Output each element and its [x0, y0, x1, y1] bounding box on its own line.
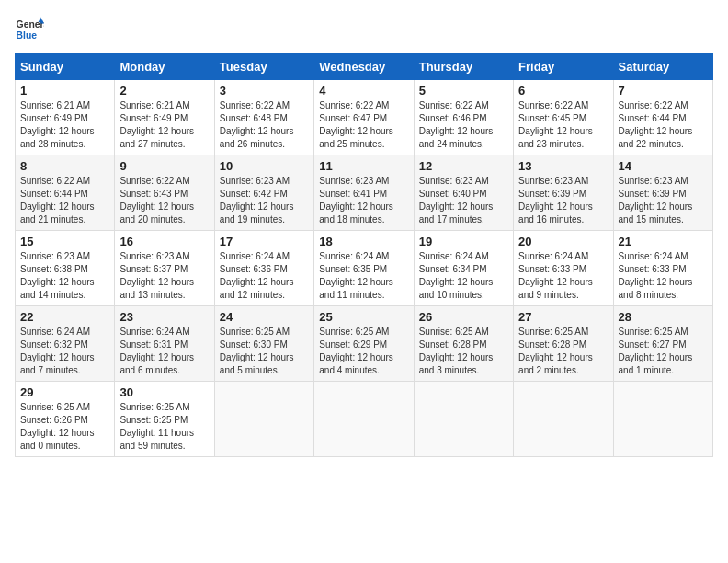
calendar-table: SundayMondayTuesdayWednesdayThursdayFrid…	[15, 53, 713, 457]
day-number: 19	[419, 235, 508, 248]
day-number: 24	[220, 310, 309, 324]
day-number: 4	[319, 84, 408, 98]
day-number: 16	[119, 235, 209, 248]
calendar-cell: 12Sunrise: 6:23 AM Sunset: 6:40 PM Dayli…	[414, 155, 513, 231]
day-info: Sunrise: 6:24 AM Sunset: 6:33 PM Dayligh…	[619, 250, 708, 302]
day-number: 26	[419, 310, 508, 324]
col-header-sunday: Sunday	[16, 54, 115, 80]
calendar-cell: 23Sunrise: 6:24 AM Sunset: 6:31 PM Dayli…	[115, 306, 214, 382]
day-info: Sunrise: 6:24 AM Sunset: 6:33 PM Dayligh…	[518, 250, 608, 302]
day-number: 30	[119, 385, 209, 399]
calendar-cell: 28Sunrise: 6:25 AM Sunset: 6:27 PM Dayli…	[613, 306, 712, 382]
day-number: 11	[319, 159, 408, 173]
day-info: Sunrise: 6:25 AM Sunset: 6:28 PM Dayligh…	[518, 326, 608, 377]
calendar-cell: 29Sunrise: 6:25 AM Sunset: 6:26 PM Dayli…	[16, 382, 115, 457]
calendar-cell: 18Sunrise: 6:24 AM Sunset: 6:35 PM Dayli…	[314, 231, 414, 306]
day-number: 14	[619, 159, 708, 173]
day-info: Sunrise: 6:25 AM Sunset: 6:30 PM Dayligh…	[220, 326, 309, 377]
day-info: Sunrise: 6:24 AM Sunset: 6:35 PM Dayligh…	[319, 250, 408, 302]
header: General Blue	[15, 15, 713, 44]
calendar-cell: 22Sunrise: 6:24 AM Sunset: 6:32 PM Dayli…	[16, 306, 115, 382]
calendar-cell: 6Sunrise: 6:22 AM Sunset: 6:45 PM Daylig…	[514, 80, 613, 155]
calendar-cell: 9Sunrise: 6:22 AM Sunset: 6:43 PM Daylig…	[115, 155, 214, 231]
day-number: 7	[619, 84, 708, 98]
day-info: Sunrise: 6:25 AM Sunset: 6:26 PM Dayligh…	[20, 401, 109, 453]
calendar-cell: 16Sunrise: 6:23 AM Sunset: 6:37 PM Dayli…	[115, 231, 214, 306]
calendar-cell: 14Sunrise: 6:23 AM Sunset: 6:39 PM Dayli…	[613, 155, 712, 231]
col-header-tuesday: Tuesday	[214, 54, 313, 80]
day-info: Sunrise: 6:24 AM Sunset: 6:36 PM Dayligh…	[220, 250, 309, 302]
day-info: Sunrise: 6:22 AM Sunset: 6:45 PM Dayligh…	[518, 99, 608, 151]
day-info: Sunrise: 6:24 AM Sunset: 6:31 PM Dayligh…	[119, 326, 209, 377]
calendar-cell: 21Sunrise: 6:24 AM Sunset: 6:33 PM Dayli…	[613, 231, 712, 306]
calendar-cell: 26Sunrise: 6:25 AM Sunset: 6:28 PM Dayli…	[414, 306, 513, 382]
day-number: 17	[220, 235, 309, 248]
calendar-cell: 30Sunrise: 6:25 AM Sunset: 6:25 PM Dayli…	[115, 382, 214, 457]
calendar-cell: 10Sunrise: 6:23 AM Sunset: 6:42 PM Dayli…	[214, 155, 313, 231]
calendar-cell: 13Sunrise: 6:23 AM Sunset: 6:39 PM Dayli…	[514, 155, 613, 231]
calendar-cell: 19Sunrise: 6:24 AM Sunset: 6:34 PM Dayli…	[414, 231, 513, 306]
svg-text:Blue: Blue	[17, 30, 38, 40]
logo-icon: General Blue	[15, 15, 44, 44]
calendar-cell: 20Sunrise: 6:24 AM Sunset: 6:33 PM Dayli…	[514, 231, 613, 306]
calendar-cell: 27Sunrise: 6:25 AM Sunset: 6:28 PM Dayli…	[514, 306, 613, 382]
calendar-cell: 1Sunrise: 6:21 AM Sunset: 6:49 PM Daylig…	[16, 80, 115, 155]
day-info: Sunrise: 6:25 AM Sunset: 6:27 PM Dayligh…	[619, 326, 708, 377]
day-number: 1	[20, 84, 109, 98]
day-number: 20	[518, 235, 608, 248]
calendar-cell	[214, 382, 313, 457]
col-header-monday: Monday	[115, 54, 214, 80]
day-info: Sunrise: 6:23 AM Sunset: 6:42 PM Dayligh…	[220, 175, 309, 226]
calendar-cell: 17Sunrise: 6:24 AM Sunset: 6:36 PM Dayli…	[214, 231, 313, 306]
day-info: Sunrise: 6:22 AM Sunset: 6:44 PM Dayligh…	[20, 175, 109, 226]
day-number: 9	[119, 159, 209, 173]
day-number: 27	[518, 310, 608, 324]
col-header-wednesday: Wednesday	[314, 54, 414, 80]
calendar-cell: 2Sunrise: 6:21 AM Sunset: 6:49 PM Daylig…	[115, 80, 214, 155]
day-number: 25	[319, 310, 408, 324]
day-info: Sunrise: 6:23 AM Sunset: 6:39 PM Dayligh…	[619, 175, 708, 226]
calendar-cell	[414, 382, 513, 457]
day-info: Sunrise: 6:22 AM Sunset: 6:48 PM Dayligh…	[220, 99, 309, 151]
calendar-cell: 4Sunrise: 6:22 AM Sunset: 6:47 PM Daylig…	[314, 80, 414, 155]
day-info: Sunrise: 6:21 AM Sunset: 6:49 PM Dayligh…	[119, 99, 209, 151]
day-number: 8	[20, 159, 109, 173]
day-number: 21	[619, 235, 708, 248]
calendar-cell: 8Sunrise: 6:22 AM Sunset: 6:44 PM Daylig…	[16, 155, 115, 231]
calendar-cell: 24Sunrise: 6:25 AM Sunset: 6:30 PM Dayli…	[214, 306, 313, 382]
day-info: Sunrise: 6:25 AM Sunset: 6:25 PM Dayligh…	[119, 401, 209, 453]
day-info: Sunrise: 6:23 AM Sunset: 6:38 PM Dayligh…	[20, 250, 109, 302]
calendar-cell	[613, 382, 712, 457]
col-header-saturday: Saturday	[613, 54, 712, 80]
day-info: Sunrise: 6:23 AM Sunset: 6:37 PM Dayligh…	[119, 250, 209, 302]
day-info: Sunrise: 6:22 AM Sunset: 6:47 PM Dayligh…	[319, 99, 408, 151]
calendar-cell: 5Sunrise: 6:22 AM Sunset: 6:46 PM Daylig…	[414, 80, 513, 155]
calendar-cell: 7Sunrise: 6:22 AM Sunset: 6:44 PM Daylig…	[613, 80, 712, 155]
day-number: 10	[220, 159, 309, 173]
calendar-cell: 3Sunrise: 6:22 AM Sunset: 6:48 PM Daylig…	[214, 80, 313, 155]
day-info: Sunrise: 6:22 AM Sunset: 6:43 PM Dayligh…	[119, 175, 209, 226]
day-info: Sunrise: 6:25 AM Sunset: 6:29 PM Dayligh…	[319, 326, 408, 377]
day-number: 2	[119, 84, 209, 98]
day-info: Sunrise: 6:23 AM Sunset: 6:39 PM Dayligh…	[518, 175, 608, 226]
day-number: 6	[518, 84, 608, 98]
day-number: 13	[518, 159, 608, 173]
day-number: 18	[319, 235, 408, 248]
col-header-friday: Friday	[514, 54, 613, 80]
calendar-cell: 15Sunrise: 6:23 AM Sunset: 6:38 PM Dayli…	[16, 231, 115, 306]
day-number: 23	[119, 310, 209, 324]
day-number: 22	[20, 310, 109, 324]
calendar-cell: 11Sunrise: 6:23 AM Sunset: 6:41 PM Dayli…	[314, 155, 414, 231]
day-number: 15	[20, 235, 109, 248]
day-number: 5	[419, 84, 508, 98]
calendar-cell	[314, 382, 414, 457]
calendar-cell	[514, 382, 613, 457]
day-number: 12	[419, 159, 508, 173]
day-number: 29	[20, 385, 109, 399]
logo: General Blue	[15, 15, 48, 44]
calendar-cell: 25Sunrise: 6:25 AM Sunset: 6:29 PM Dayli…	[314, 306, 414, 382]
day-info: Sunrise: 6:24 AM Sunset: 6:32 PM Dayligh…	[20, 326, 109, 377]
day-number: 3	[220, 84, 309, 98]
day-info: Sunrise: 6:21 AM Sunset: 6:49 PM Dayligh…	[20, 99, 109, 151]
day-info: Sunrise: 6:24 AM Sunset: 6:34 PM Dayligh…	[419, 250, 508, 302]
